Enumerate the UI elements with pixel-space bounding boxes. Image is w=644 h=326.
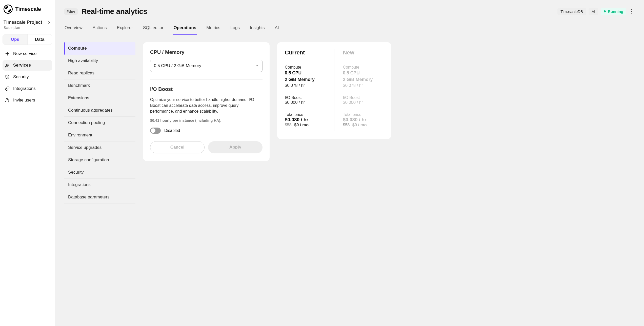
current-total-mo-strike: $58	[285, 123, 292, 127]
current-compute-price: $0.078 / hr	[285, 83, 326, 88]
tab-metrics[interactable]: Metrics	[206, 22, 221, 35]
project-switcher[interactable]: Timescale Project	[3, 17, 52, 26]
cpu-mem-select[interactable]: 0.5 CPU / 2 GiB Memory	[150, 60, 263, 72]
sidebar-item-invite-users[interactable]: Invite users	[3, 95, 52, 106]
new-mem: 2 GiB Memory	[343, 76, 384, 83]
opsnav-connection-pooling[interactable]: Connection pooling	[64, 117, 135, 129]
new-io-label: I/O Boost	[343, 95, 384, 100]
io-boost-title: I/O Boost	[150, 86, 263, 92]
opsnav-database-parameters[interactable]: Database parameters	[64, 191, 135, 203]
project-plan: Scale plan	[3, 26, 52, 33]
env-chip[interactable]: #dev	[64, 8, 78, 15]
sidebar-item-label: Security	[13, 74, 29, 79]
pricing-current-head: Current	[285, 49, 326, 56]
tab-overview[interactable]: Overview	[64, 22, 83, 35]
page-header: #dev Real-time analytics TimescaleDB AI …	[64, 7, 635, 16]
apply-button[interactable]: Apply	[208, 141, 263, 153]
db-chip[interactable]: TimescaleDB	[557, 8, 586, 15]
io-toggle-row: Disabled	[150, 128, 263, 134]
brand-logo[interactable]: Timescale	[3, 4, 52, 17]
pricing-card: Current Compute 0.5 CPU 2 GiB Memory $0.…	[277, 42, 391, 139]
status-chip[interactable]: Running	[601, 8, 626, 15]
tab-insights[interactable]: Insights	[249, 22, 265, 35]
io-boost-toggle[interactable]	[150, 128, 161, 134]
status-text: Running	[608, 9, 623, 14]
new-io-price: $0.000 / hr	[343, 100, 384, 105]
cancel-button[interactable]: Cancel	[150, 141, 205, 153]
new-cpu: 0.5 CPU	[343, 70, 384, 76]
sidebar-nav: New service Services Security Integratio…	[3, 48, 52, 106]
data-tab[interactable]: Data	[27, 34, 52, 45]
opsnav-security[interactable]: Security	[64, 166, 135, 179]
more-menu-button[interactable]	[629, 8, 635, 14]
io-boost-price-note: $0.41 hourly per instance (including HA)…	[150, 118, 263, 123]
tab-operations[interactable]: Operations	[173, 22, 197, 35]
opsnav-continuous-aggregates[interactable]: Continuous aggregates	[64, 104, 135, 117]
project-name: Timescale Project	[4, 20, 42, 25]
opsnav-read-replicas[interactable]: Read replicas	[64, 67, 135, 79]
io-label: I/O Boost	[285, 95, 326, 100]
sidebar-item-new-service[interactable]: New service	[3, 48, 52, 59]
new-total-mo-strike: $58	[343, 123, 350, 127]
brand-name: Timescale	[15, 6, 41, 12]
new-compute-label: Compute	[343, 65, 384, 70]
tab-logs[interactable]: Logs	[230, 22, 240, 35]
link-icon	[5, 86, 10, 91]
sidebar-item-services[interactable]: Services	[3, 60, 52, 71]
opsnav-environment[interactable]: Environment	[64, 129, 135, 141]
svg-point-0	[4, 5, 12, 13]
ops-data-toggle: Ops Data	[3, 34, 52, 45]
tab-explorer[interactable]: Explorer	[116, 22, 133, 35]
compute-label: Compute	[285, 65, 326, 70]
sidebar-item-security[interactable]: Security	[3, 72, 52, 82]
current-mem: 2 GiB Memory	[285, 76, 326, 83]
sidebar-item-label: Integrations	[13, 86, 36, 91]
tab-ai[interactable]: AI	[274, 22, 279, 35]
pricing-new-head: New	[343, 49, 384, 56]
opsnav-service-upgrades[interactable]: Service upgrades	[64, 141, 135, 154]
cpu-mem-title: CPU / Memory	[150, 49, 263, 55]
svg-point-1	[6, 98, 8, 100]
action-row: Cancel Apply	[150, 141, 263, 153]
new-compute-price: $0.078 / hr	[343, 83, 384, 88]
shield-icon	[5, 74, 10, 80]
io-toggle-state: Disabled	[164, 128, 180, 133]
sidebar-item-integrations[interactable]: Integrations	[3, 83, 52, 94]
main-content: #dev Real-time analytics TimescaleDB AI …	[55, 0, 644, 326]
compute-panel: CPU / Memory 0.5 CPU / 2 GiB Memory I/O …	[143, 42, 270, 161]
pricing-current-col: Current Compute 0.5 CPU 2 GiB Memory $0.…	[285, 49, 334, 131]
status-dot-icon	[604, 10, 606, 12]
opsnav-compute[interactable]: Compute	[64, 42, 135, 55]
opsnav-integrations[interactable]: Integrations	[64, 179, 135, 191]
header-right: TimescaleDB AI Running	[557, 8, 635, 15]
compute-card: CPU / Memory 0.5 CPU / 2 GiB Memory I/O …	[143, 42, 270, 161]
chevron-right-icon	[47, 21, 51, 25]
current-io-price: $0.000 / hr	[285, 100, 326, 105]
current-total-mo: $0 / mo	[294, 123, 309, 127]
tab-sql-editor[interactable]: SQL editor	[143, 22, 164, 35]
wrench-icon	[5, 63, 10, 68]
current-total-hr: $0.080 / hr	[285, 117, 326, 123]
divider	[150, 79, 263, 80]
content-grid: Compute High availability Read replicas …	[64, 42, 635, 203]
plus-icon	[5, 51, 10, 56]
operations-subnav: Compute High availability Read replicas …	[64, 42, 135, 203]
opsnav-storage-configuration[interactable]: Storage configuration	[64, 154, 135, 166]
tabs: Overview Actions Explorer SQL editor Ope…	[64, 22, 635, 35]
cpu-mem-select-wrap: 0.5 CPU / 2 GiB Memory	[150, 60, 263, 72]
sidebar-item-label: Invite users	[13, 98, 35, 103]
ops-tab[interactable]: Ops	[3, 34, 27, 45]
sidebar-item-label: Services	[13, 63, 31, 68]
header-left: #dev Real-time analytics	[64, 7, 147, 16]
new-total-hr: $0.080 / hr	[343, 117, 384, 123]
opsnav-extensions[interactable]: Extensions	[64, 92, 135, 104]
sidebar: Timescale Timescale Project Scale plan O…	[0, 0, 55, 326]
pricing-new-col: New Compute 0.5 CPU 2 GiB Memory $0.078 …	[334, 49, 384, 131]
total-label: Total price	[285, 112, 326, 117]
ai-chip[interactable]: AI	[589, 8, 598, 15]
page-title: Real-time analytics	[81, 7, 147, 16]
opsnav-benchmark[interactable]: Benchmark	[64, 79, 135, 92]
opsnav-high-availability[interactable]: High availability	[64, 55, 135, 67]
tab-actions[interactable]: Actions	[92, 22, 107, 35]
brand-glyph-icon	[4, 5, 13, 14]
